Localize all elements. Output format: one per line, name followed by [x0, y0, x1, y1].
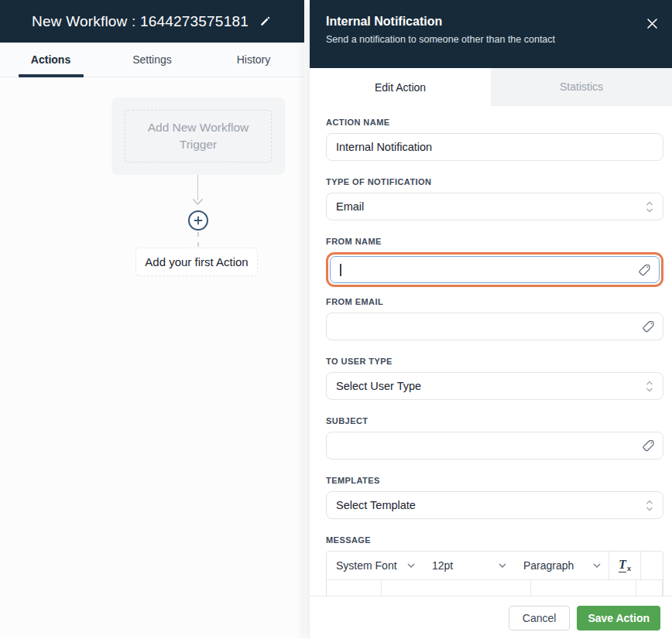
toolbar-divider [640, 552, 641, 579]
field-message: MESSAGE System Font 12pt [326, 535, 663, 596]
clear-formatting-icon: T [619, 559, 626, 572]
arrow-down-icon [192, 198, 204, 206]
to-user-type-label: TO USER TYPE [326, 357, 663, 366]
paragraph-style-dropdown[interactable]: Paragraph [514, 552, 609, 579]
font-family-value: System Font [336, 559, 397, 572]
cancel-button[interactable]: Cancel [509, 606, 571, 630]
field-action-name: ACTION NAME [326, 118, 663, 161]
from-name-label: FROM NAME [326, 237, 663, 246]
action-name-input[interactable] [326, 133, 663, 161]
selected-value: Select Template [336, 499, 416, 511]
templates-select[interactable]: Select Template [326, 491, 663, 519]
edit-action-form: ACTION NAME TYPE OF NOTIFICATION Email F… [310, 106, 672, 596]
field-to-user-type: TO USER TYPE Select User Type [326, 357, 663, 400]
font-family-dropdown[interactable]: System Font [327, 552, 423, 579]
close-icon [646, 18, 658, 29]
workflow-canvas: Add New Workflow Trigger Add your first … [0, 77, 304, 639]
drawer-title: Internal Notification [326, 15, 638, 29]
from-email-label: FROM EMAIL [326, 297, 663, 306]
templates-label: TEMPLATES [326, 476, 663, 485]
field-from-email: FROM EMAIL [326, 297, 663, 340]
add-first-action-button[interactable]: Add your first Action [135, 248, 258, 276]
from-name-input[interactable] [330, 256, 660, 283]
select-arrows-icon [646, 201, 653, 213]
subject-input[interactable] [326, 432, 663, 460]
to-user-type-select[interactable]: Select User Type [326, 372, 663, 400]
chevron-down-icon [593, 563, 601, 568]
field-from-name: FROM NAME [326, 237, 663, 287]
drawer-header: Internal Notification Send a notificatio… [310, 0, 672, 68]
text-cursor [340, 264, 341, 276]
workflow-title: New Workflow : 1644273575181 [32, 13, 249, 30]
tab-settings[interactable]: Settings [101, 43, 203, 77]
close-drawer-button[interactable] [642, 13, 662, 33]
font-size-dropdown[interactable]: 12pt [423, 552, 514, 579]
field-subject: SUBJECT [326, 416, 663, 460]
tab-history[interactable]: History [203, 43, 304, 77]
save-action-button[interactable]: Save Action [577, 606, 660, 630]
clear-formatting-button[interactable]: T x [609, 552, 640, 579]
selected-value: Email [336, 200, 364, 213]
action-name-label: ACTION NAME [326, 118, 663, 127]
workflow-topbar: New Workflow : 1644273575181 [0, 0, 304, 43]
paragraph-style-value: Paragraph [523, 559, 574, 572]
editor-toolbar-row2 [327, 580, 663, 596]
pencil-icon [259, 15, 271, 27]
select-arrows-icon [646, 381, 653, 392]
add-trigger-button[interactable]: Add New Workflow Trigger [125, 110, 272, 162]
field-templates: TEMPLATES Select Template [326, 476, 663, 519]
from-email-input[interactable] [326, 313, 663, 340]
drawer-tabs: Edit Action Statistics [310, 68, 672, 106]
selected-value: Select User Type [336, 380, 421, 392]
field-type-of-notification: TYPE OF NOTIFICATION Email [326, 177, 663, 220]
subject-label: SUBJECT [326, 416, 663, 425]
merge-tag-icon[interactable] [641, 439, 656, 453]
add-action-button[interactable] [188, 210, 208, 231]
plus-icon [194, 216, 203, 225]
drawer-footer: Cancel Save Action [310, 596, 672, 639]
select-arrows-icon [646, 500, 653, 511]
trigger-card: Add New Workflow Trigger [111, 97, 285, 175]
editor-toolbar: System Font 12pt Paragraph [327, 552, 663, 580]
type-of-notification-select[interactable]: Email [326, 193, 663, 220]
chevron-down-icon [407, 563, 415, 568]
edit-workflow-name-button[interactable] [258, 14, 273, 29]
connector-dashed-line [197, 232, 199, 247]
chevron-down-icon [499, 563, 506, 568]
workflow-tabs: Actions Settings History [0, 43, 304, 77]
type-of-notification-label: TYPE OF NOTIFICATION [326, 177, 663, 186]
drawer-subtitle: Send a notification to someone other tha… [326, 34, 638, 45]
message-label: MESSAGE [326, 535, 663, 545]
tab-edit-action[interactable]: Edit Action [310, 68, 491, 106]
merge-tag-icon[interactable] [637, 262, 652, 277]
from-name-highlight-ring [326, 252, 663, 287]
tab-actions[interactable]: Actions [0, 43, 101, 77]
action-drawer: Internal Notification Send a notificatio… [310, 0, 672, 639]
font-size-value: 12pt [432, 559, 453, 572]
message-editor: System Font 12pt Paragraph [326, 551, 663, 596]
connector-line [197, 175, 198, 200]
merge-tag-icon[interactable] [641, 320, 656, 334]
tab-statistics[interactable]: Statistics [491, 68, 672, 106]
